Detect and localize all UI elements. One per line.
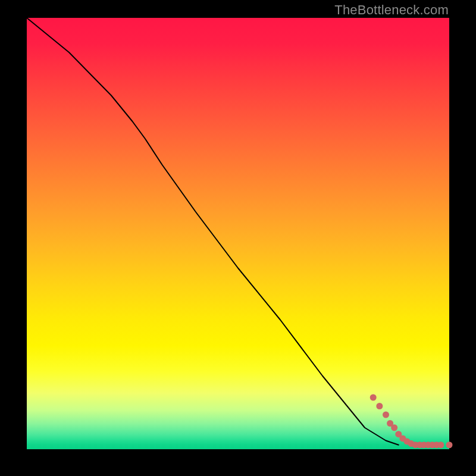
chart-svg [27, 18, 449, 449]
plot-area [27, 18, 449, 449]
series-dots-point [446, 441, 453, 448]
series-curve [27, 18, 399, 445]
watermark-text: TheBottleneck.com [334, 2, 449, 18]
series-dots-point [376, 403, 383, 409]
series-dots-point [370, 394, 377, 401]
series-dots-point [391, 424, 397, 431]
series-dots-point [437, 441, 444, 448]
chart-frame: TheBottleneck.com [0, 0, 476, 476]
series-dots-point [383, 412, 389, 418]
